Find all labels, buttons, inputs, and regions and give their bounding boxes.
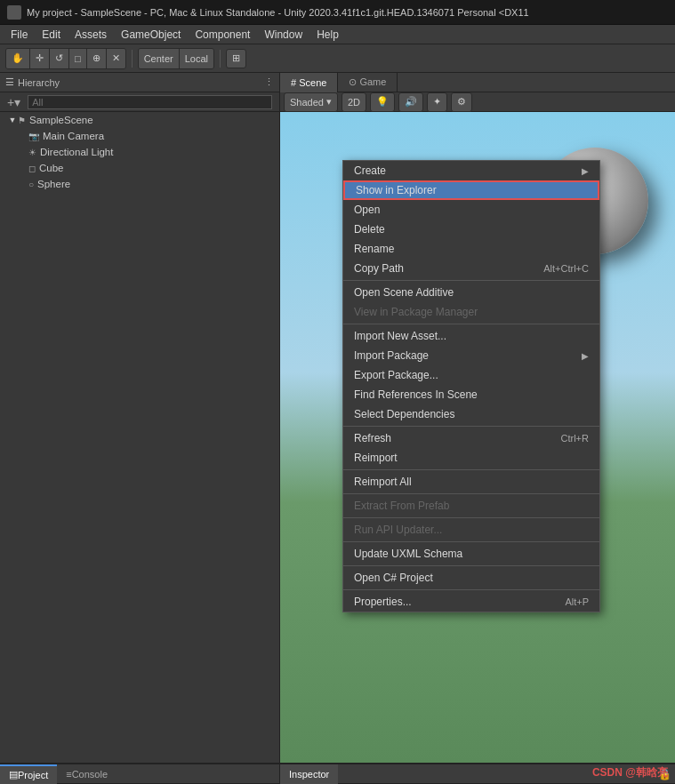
ctx-open-scene-additive-label: Open Scene Additive: [354, 286, 454, 299]
ctx-run-api-updater: Run API Updater...: [343, 520, 599, 540]
ctx-import-package-arrow: ▶: [582, 351, 589, 361]
shading-dropdown[interactable]: Shaded ▾: [284, 92, 338, 112]
hierarchy-content: ▼ ⚑ SampleScene 📷 Main Camera ☀ Directio…: [0, 112, 279, 763]
ctx-open[interactable]: Open: [343, 200, 599, 220]
ctx-view-package-manager-label: View in Package Manager: [354, 306, 478, 318]
ctx-extract-from-prefab-label: Extract From Prefab: [354, 500, 449, 512]
grid-btn[interactable]: ⊞: [226, 49, 246, 68]
tab-game[interactable]: ⊙ Game: [338, 73, 398, 92]
menu-window[interactable]: Window: [257, 27, 309, 43]
hierarchy-item-maincamera[interactable]: 📷 Main Camera: [0, 128, 279, 144]
ctx-export-package[interactable]: Export Package...: [343, 365, 599, 385]
toolbar-sep-1: [132, 50, 133, 68]
pivot-center-btn[interactable]: Center: [139, 49, 180, 68]
ctx-rename[interactable]: Rename: [343, 239, 599, 259]
ctx-refresh-label: Refresh: [354, 432, 391, 444]
ctx-delete[interactable]: Delete: [343, 220, 599, 239]
ctx-sep-3: [343, 426, 599, 427]
ctx-copy-path[interactable]: Copy Path Alt+Ctrl+C: [343, 259, 599, 278]
tab-game-label: ⊙ Game: [349, 76, 386, 88]
ctx-import-package[interactable]: Import Package ▶: [343, 346, 599, 365]
ctx-properties-label: Properties...: [354, 596, 412, 608]
hierarchy-item-directionallight[interactable]: ☀ Directional Light: [0, 144, 279, 160]
tool-move[interactable]: ✛: [30, 49, 50, 68]
sphere-icon: ○: [28, 180, 34, 189]
hierarchy-item-cube[interactable]: ◻ Cube: [0, 160, 279, 176]
2d-btn[interactable]: 2D: [342, 92, 366, 112]
project-tabs: ▤ Project ≡ Console: [0, 764, 279, 784]
ctx-select-dependencies[interactable]: Select Dependencies: [343, 404, 599, 424]
ctx-delete-label: Delete: [354, 223, 385, 236]
toolbar-sep-2: [220, 50, 221, 68]
pivot-local-label: Local: [185, 53, 208, 64]
ctx-refresh-shortcut: Ctrl+R: [561, 433, 589, 444]
ctx-show-explorer[interactable]: Show in Explorer: [343, 180, 599, 200]
hierarchy-label-sphere: Sphere: [37, 179, 70, 189]
shading-arrow: ▾: [326, 96, 332, 108]
ctx-sep-8: [343, 565, 599, 566]
tab-console-label: Console: [72, 769, 108, 780]
hierarchy-search[interactable]: [28, 95, 272, 109]
ctx-reimport-label: Reimport: [354, 452, 398, 464]
hierarchy-header: ☰ Hierarchy ⋮: [0, 73, 279, 92]
ctx-reimport-all[interactable]: Reimport All: [343, 472, 599, 492]
tool-scale[interactable]: □: [69, 49, 87, 68]
ctx-sep-9: [343, 589, 599, 590]
ctx-sep-1: [343, 280, 599, 281]
lighting-btn[interactable]: 💡: [370, 92, 395, 112]
ctx-open-csharp-project[interactable]: Open C# Project: [343, 568, 599, 588]
hierarchy-icon: ☰: [5, 76, 14, 88]
tab-scene[interactable]: # Scene: [280, 73, 338, 92]
ctx-properties[interactable]: Properties... Alt+P: [343, 592, 599, 612]
pivot-local-btn[interactable]: Local: [180, 49, 213, 68]
scene-settings-btn[interactable]: ⚙: [451, 92, 472, 112]
hierarchy-label-samplescene: SampleScene: [29, 115, 93, 125]
hierarchy-item-sphere[interactable]: ○ Sphere: [0, 176, 279, 192]
tab-console[interactable]: ≡ Console: [57, 764, 117, 784]
bottom-area: ▤ Project ≡ Console +▾ ▼ ★ Favorites: [0, 763, 675, 784]
ctx-reimport[interactable]: Reimport: [343, 448, 599, 468]
ctx-import-new-asset-label: Import New Asset...: [354, 330, 446, 342]
ctx-update-uxml-schema[interactable]: Update UXML Schema: [343, 544, 599, 564]
ctx-select-dependencies-label: Select Dependencies: [354, 408, 454, 420]
tab-inspector[interactable]: Inspector: [280, 764, 338, 784]
hierarchy-add-btn[interactable]: +▾: [4, 95, 24, 109]
ctx-sep-2: [343, 324, 599, 324]
menu-gameobject[interactable]: GameObject: [114, 27, 188, 43]
tool-rotate[interactable]: ↺: [50, 49, 69, 68]
hierarchy-title: Hierarchy: [18, 77, 60, 88]
scene-icon: ⚑: [18, 116, 26, 125]
ctx-export-package-label: Export Package...: [354, 369, 438, 381]
tab-scene-label: # Scene: [291, 77, 326, 88]
tab-project[interactable]: ▤ Project: [0, 764, 57, 784]
light-icon: ☀: [28, 148, 36, 157]
menu-assets[interactable]: Assets: [68, 27, 114, 43]
ctx-find-references[interactable]: Find References In Scene: [343, 385, 599, 404]
cube-icon: ◻: [28, 164, 36, 173]
ctx-open-scene-additive[interactable]: Open Scene Additive: [343, 283, 599, 302]
ctx-create-label: Create: [354, 164, 386, 177]
ctx-copy-path-label: Copy Path: [354, 262, 404, 275]
tool-hand[interactable]: ✋: [6, 49, 30, 68]
watermark: CSDN @韩晗亮: [592, 765, 668, 780]
ctx-update-uxml-schema-label: Update UXML Schema: [354, 548, 462, 560]
menu-edit[interactable]: Edit: [35, 27, 68, 43]
menu-component[interactable]: Component: [188, 27, 257, 43]
menu-help[interactable]: Help: [309, 27, 346, 43]
ctx-import-new-asset[interactable]: Import New Asset...: [343, 326, 599, 346]
ctx-import-package-label: Import Package: [354, 349, 429, 362]
audio-btn[interactable]: 🔊: [398, 92, 423, 112]
ctx-refresh[interactable]: Refresh Ctrl+R: [343, 428, 599, 448]
hierarchy-menu-icon[interactable]: ⋮: [264, 76, 274, 88]
tool-rect[interactable]: ⊕: [87, 49, 107, 68]
tab-project-icon: ▤: [9, 769, 18, 780]
tool-transform[interactable]: ✕: [107, 49, 125, 68]
fx-btn[interactable]: ✦: [427, 92, 447, 112]
watermark-text: CSDN @韩晗亮: [592, 766, 668, 779]
ctx-create[interactable]: Create ▶: [343, 161, 599, 180]
hierarchy-item-samplescene[interactable]: ▼ ⚑ SampleScene: [0, 112, 279, 128]
ctx-extract-from-prefab: Extract From Prefab: [343, 496, 599, 516]
menu-file[interactable]: File: [4, 27, 35, 43]
pivot-center-label: Center: [144, 53, 173, 64]
context-menu: Create ▶ Show in Explorer Open Delete Re…: [342, 160, 600, 612]
